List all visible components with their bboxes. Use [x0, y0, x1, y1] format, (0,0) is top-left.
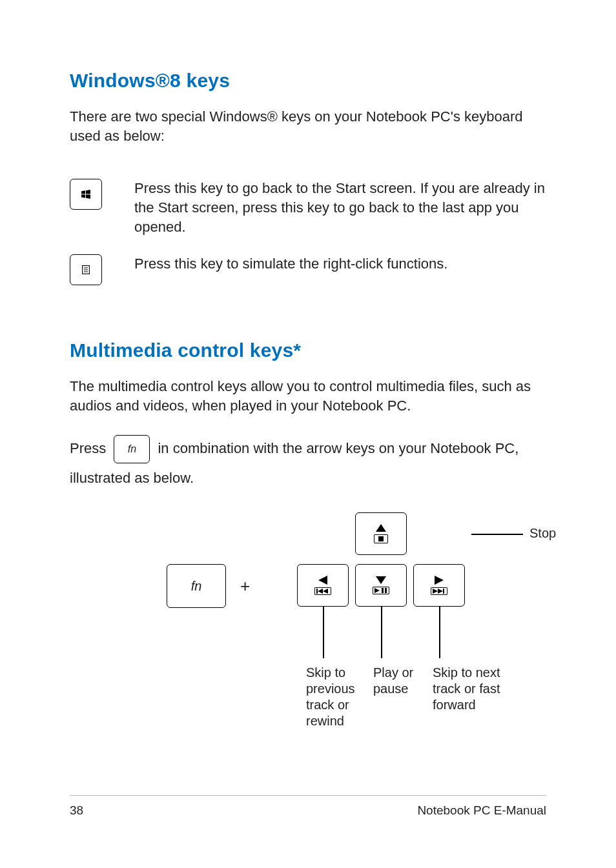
- callout-next: Skip to next track or fast forward: [433, 665, 504, 713]
- svg-rect-16: [385, 588, 387, 593]
- heading-multimedia-keys: Multimedia control keys*: [70, 339, 546, 361]
- arrow-left-prev-key-icon: [297, 564, 349, 607]
- svg-marker-1: [86, 190, 90, 194]
- page-footer: 38 Notebook PC E-Manual: [70, 795, 546, 818]
- arrow-right-next-key-icon: [413, 564, 465, 607]
- paragraph-press-fn: Press fn in combination with the arrow k…: [70, 434, 546, 493]
- svg-marker-3: [86, 195, 90, 199]
- fn-key-label: fn: [128, 438, 136, 460]
- arrow-up-stop-key-icon: [355, 512, 407, 555]
- page-content: Windows®8 keys There are two special Win…: [0, 0, 616, 745]
- paragraph-win-intro: There are two special Windows® keys on y…: [70, 107, 546, 145]
- paragraph-mm-intro: The multimedia control keys allow you to…: [70, 377, 546, 415]
- svg-marker-17: [435, 576, 444, 585]
- svg-rect-15: [382, 588, 384, 593]
- callout-stop: Stop: [529, 525, 556, 541]
- row-menu-key: Press this key to simulate the right-cli…: [70, 254, 546, 285]
- fn-key-large-label: fn: [191, 579, 202, 594]
- fn-key-icon: fn: [114, 435, 150, 463]
- callout-prev: Skip to previous track or rewind: [306, 665, 371, 729]
- text-windows-key-desc: Press this key to go back to the Start s…: [134, 179, 546, 236]
- svg-marker-19: [438, 589, 443, 594]
- page-number: 38: [70, 803, 83, 818]
- heading-windows8-keys: Windows®8 keys: [70, 70, 546, 92]
- text-press-pre: Press: [70, 440, 110, 456]
- plus-symbol: +: [240, 576, 250, 596]
- svg-marker-0: [81, 191, 85, 194]
- windows-key-icon: [70, 179, 102, 210]
- context-menu-key-icon: [70, 254, 102, 285]
- fn-key-large-icon: fn: [167, 564, 226, 608]
- svg-marker-8: [376, 524, 386, 532]
- callout-play: Play or pause: [373, 665, 425, 697]
- svg-marker-14: [375, 588, 380, 593]
- svg-marker-11: [318, 589, 323, 594]
- svg-marker-9: [318, 576, 327, 585]
- row-windows-key: Press this key to go back to the Start s…: [70, 179, 546, 236]
- text-menu-key-desc: Press this key to simulate the right-cli…: [134, 254, 546, 274]
- svg-rect-20: [443, 589, 444, 594]
- svg-marker-2: [81, 195, 85, 198]
- svg-marker-12: [323, 589, 328, 594]
- svg-marker-18: [433, 589, 438, 594]
- footer-title: Notebook PC E-Manual: [417, 803, 546, 818]
- svg-marker-13: [376, 576, 386, 584]
- multimedia-diagram: fn +: [167, 512, 546, 745]
- svg-rect-10: [316, 589, 318, 594]
- arrow-down-play-key-icon: [355, 564, 407, 607]
